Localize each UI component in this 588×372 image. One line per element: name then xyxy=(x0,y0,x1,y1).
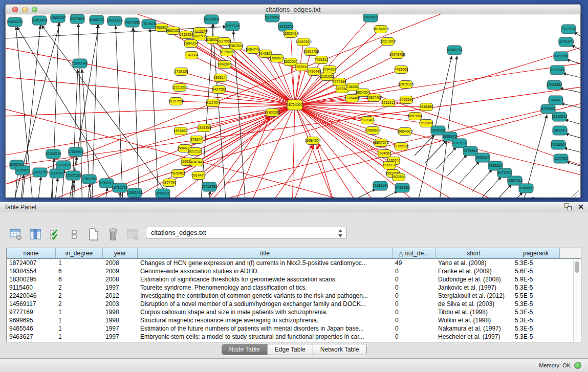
table-row[interactable]: 969969511998Structural magnetic resonanc… xyxy=(7,316,581,324)
network-desktop: citations_edges.txt 24055724206914061065… xyxy=(0,0,588,202)
table-row[interactable]: 1872400712008Changes of HCN gene express… xyxy=(7,259,581,267)
close-window-icon[interactable] xyxy=(12,7,18,12)
table-row[interactable]: 977716911998Corpus callosum shape and si… xyxy=(7,308,581,316)
graph-node-label: 12505135 xyxy=(65,173,81,177)
float-panel-icon[interactable] xyxy=(564,203,572,210)
table-cell: 0 xyxy=(393,283,435,292)
table-cell: 1998 xyxy=(103,308,138,316)
graph-edge[interactable] xyxy=(459,161,480,184)
graph-node-label: 9465546 xyxy=(399,98,413,101)
graph-node-label: 9115460 xyxy=(420,105,433,108)
column-header-in_degree[interactable]: in_degree xyxy=(56,248,103,258)
column-header-name[interactable]: name xyxy=(7,248,56,258)
delete-table-icon xyxy=(126,228,139,241)
table-settings-icon[interactable] xyxy=(9,228,23,241)
graph-edge[interactable] xyxy=(318,143,364,198)
graph-edge[interactable] xyxy=(513,197,534,198)
column-header-title[interactable]: title xyxy=(138,248,393,258)
graph-edge[interactable] xyxy=(54,178,58,198)
window-title: citations_edges.txt xyxy=(6,5,580,14)
graph-node-label: 16961758 xyxy=(303,50,319,53)
graph-node-label: 878344 xyxy=(190,138,202,141)
table-cell: 6 xyxy=(56,267,103,275)
graph-edge[interactable] xyxy=(472,169,492,192)
graph-edge[interactable] xyxy=(566,59,581,64)
graph-edge[interactable] xyxy=(503,192,523,198)
table-panel-body: f(x) citations_edges.txt namein_degreeye… xyxy=(0,213,588,358)
graph-node-label: 1588520 xyxy=(270,56,284,60)
graph-edge[interactable] xyxy=(191,55,295,105)
table-row[interactable]: 2242004622012Investigating the contribut… xyxy=(7,292,581,300)
graph-edge[interactable] xyxy=(292,105,295,198)
table-cell: Jankovic et al. (1997) xyxy=(435,283,512,292)
table-cell: 0 xyxy=(393,275,435,283)
graph-edge[interactable] xyxy=(221,78,295,105)
table-row[interactable]: 911546021997Tourette syndrome. Phenomeno… xyxy=(7,283,581,292)
graph-edge[interactable] xyxy=(562,73,581,78)
table-row[interactable]: 946554611997Estimation of the future num… xyxy=(7,324,581,333)
new-table-icon[interactable] xyxy=(87,228,100,241)
graph-node-label: 9175685 xyxy=(220,50,233,54)
merge-rows-icon[interactable] xyxy=(68,228,81,241)
window-titlebar[interactable]: citations_edges.txt xyxy=(5,4,581,14)
minimize-window-icon[interactable] xyxy=(22,7,28,12)
graph-node-label: 8813054 xyxy=(265,15,279,19)
graph-edge[interactable] xyxy=(491,184,512,198)
table-row[interactable]: 946362711997Embryonic stem cells: a mode… xyxy=(7,333,581,341)
graph-edge[interactable] xyxy=(103,187,107,198)
table-selector-dropdown[interactable]: citations_edges.txt xyxy=(146,227,347,239)
column-header-year[interactable]: year xyxy=(103,248,138,258)
table-cell: 18724007 xyxy=(7,259,56,267)
graph-node-label: 2367608 xyxy=(229,44,243,48)
graph-edge[interactable] xyxy=(565,134,581,138)
graph-node-label: 2342004 xyxy=(184,53,198,57)
graph-edge[interactable] xyxy=(564,120,581,124)
graph-edge[interactable] xyxy=(206,191,210,198)
table-cell: Tibbo et al. (1998) xyxy=(435,308,512,316)
network-graph[interactable]: 2405572420691406106532371527602846616010… xyxy=(6,14,581,198)
graph-node-label: 1115689 xyxy=(16,168,29,172)
column-header-out_de[interactable]: △ out_de... xyxy=(393,248,435,258)
table-cell: 22420046 xyxy=(7,292,56,300)
graph-node-label: 16640910 xyxy=(295,40,311,43)
graph-node-label: 18724007 xyxy=(287,103,302,106)
row-checklist-icon[interactable] xyxy=(48,228,61,241)
memory-ok-icon xyxy=(574,362,581,369)
graph-edge[interactable] xyxy=(295,42,303,105)
graph-edge[interactable] xyxy=(425,140,447,163)
graph-node-label: 12975185 xyxy=(398,82,413,86)
graph-edge[interactable] xyxy=(563,148,581,152)
graph-node-label: 1733426 xyxy=(395,186,409,189)
graph-edge[interactable] xyxy=(117,192,121,198)
delete-rows-icon[interactable] xyxy=(106,228,120,241)
graph-edge[interactable] xyxy=(359,189,376,198)
zoom-window-icon[interactable] xyxy=(32,7,37,12)
select-columns-icon[interactable] xyxy=(29,228,42,241)
graph-edge[interactable] xyxy=(37,177,41,198)
graph-edge[interactable] xyxy=(133,27,140,198)
graph-edge[interactable] xyxy=(180,87,295,105)
table-cell: 1 xyxy=(56,333,103,341)
tab-node-table[interactable]: Node Table xyxy=(222,344,268,355)
window-resize-grip[interactable] xyxy=(572,189,579,196)
close-panel-icon[interactable]: ✕ xyxy=(578,203,584,210)
graph-node-label: 9790448 xyxy=(307,70,321,73)
graph-edge[interactable] xyxy=(381,191,398,198)
column-header-short[interactable]: short xyxy=(435,248,512,258)
graph-node-label: 1527602 xyxy=(70,17,84,20)
graph-node-label: 1244413 xyxy=(549,98,562,102)
graph-edge[interactable] xyxy=(436,147,456,169)
table-row[interactable]: 1830029562008Estimation of significance … xyxy=(7,275,581,283)
graph-edge[interactable] xyxy=(481,177,502,198)
graph-edge[interactable] xyxy=(447,155,467,177)
table-row[interactable]: 1456911722003Disruption of a novel membe… xyxy=(7,300,581,308)
scrollbar-thumb[interactable] xyxy=(575,261,579,273)
graph-node-label: 9784067 xyxy=(377,151,391,155)
vertical-scrollbar[interactable] xyxy=(573,259,581,342)
network-canvas[interactable]: 2405572420691406106532371527602846616010… xyxy=(5,14,581,198)
table-row[interactable]: 1938455462009Genome-wide association stu… xyxy=(7,267,581,275)
column-header-pagerank[interactable]: pagerank xyxy=(512,248,560,258)
tab-network-table[interactable]: Network Table xyxy=(313,344,366,355)
tab-edge-table[interactable]: Edge Table xyxy=(268,344,313,355)
graph-node-label: 9827506 xyxy=(192,34,206,38)
